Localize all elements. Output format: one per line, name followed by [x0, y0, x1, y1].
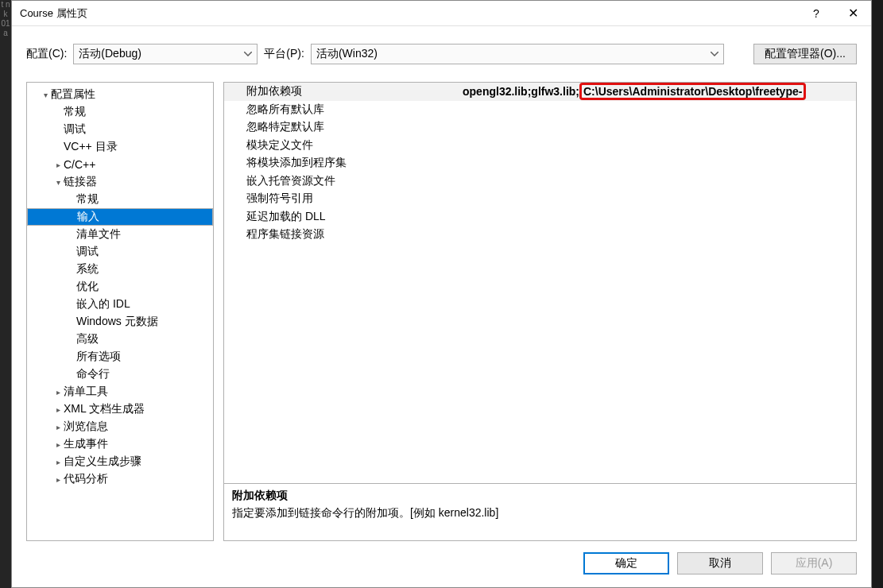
close-button[interactable]: ✕ — [835, 1, 871, 26]
tree-item-xml-doc[interactable]: ▸XML 文档生成器 — [27, 400, 213, 418]
tree-item-build-events[interactable]: ▸生成事件 — [27, 435, 213, 453]
expand-icon: ▸ — [52, 458, 64, 466]
help-icon: ? — [813, 7, 819, 20]
tree-item-linker-input[interactable]: 输入 — [27, 208, 213, 226]
prop-value[interactable]: opengl32.lib;glfw3.lib;C:\Users\Administ… — [463, 83, 856, 100]
tree-label: 浏览信息 — [64, 420, 108, 434]
cancel-label: 取消 — [709, 556, 731, 571]
tree-item-linker-debug[interactable]: 调试 — [27, 243, 213, 261]
property-grid: 附加依赖项 opengl32.lib;glfw3.lib;C:\Users\Ad… — [224, 83, 856, 483]
tree-item-linker[interactable]: ▾链接器 — [27, 173, 213, 191]
row-ignore-all-default[interactable]: 忽略所有默认库 — [224, 101, 856, 119]
dialog-footer: 确定 取消 应用(A) — [12, 541, 871, 587]
tree-item-ccpp[interactable]: ▸C/C++ — [27, 156, 213, 173]
help-button[interactable]: ? — [798, 1, 835, 26]
row-additional-dependencies[interactable]: 附加依赖项 opengl32.lib;glfw3.lib;C:\Users\Ad… — [224, 83, 856, 101]
ok-button[interactable]: 确定 — [583, 552, 669, 574]
collapse-icon: ▾ — [52, 178, 64, 187]
property-pages-dialog: Course 属性页 ? ✕ 配置(C): 活动(Debug) 平台(P): 活… — [11, 0, 872, 588]
tree-item-browse-info[interactable]: ▸浏览信息 — [27, 418, 213, 435]
tree-label: C/C++ — [64, 158, 95, 171]
tree-label: 配置属性 — [51, 87, 95, 102]
tree-label: 系统 — [76, 262, 99, 277]
tree-label: 嵌入的 IDL — [76, 297, 130, 311]
property-panel: 附加依赖项 opengl32.lib;glfw3.lib;C:\Users\Ad… — [223, 82, 857, 541]
category-tree[interactable]: ▾配置属性 常规 调试 VC++ 目录 ▸C/C++ ▾链接器 常规 输入 清单… — [26, 82, 214, 541]
row-delay-loaded-dll[interactable]: 延迟加载的 DLL — [224, 208, 856, 226]
config-row: 配置(C): 活动(Debug) 平台(P): 活动(Win32) 配置管理器(… — [12, 26, 871, 71]
tree-label: 输入 — [77, 210, 99, 224]
platform-value: 活动(Win32) — [316, 47, 378, 61]
prop-name: 强制符号引用 — [224, 191, 463, 206]
tree-item-code-analysis[interactable]: ▸代码分析 — [27, 470, 213, 488]
tree-label: 常规 — [76, 192, 99, 207]
prop-name: 模块定义文件 — [224, 138, 463, 153]
prop-value-pre: opengl32.lib;glfw3.lib; — [463, 85, 579, 98]
tree-item-linker-cmdline[interactable]: 命令行 — [27, 366, 213, 383]
row-assembly-link-res[interactable]: 程序集链接资源 — [224, 226, 856, 244]
tree-label: 清单文件 — [76, 227, 121, 242]
description-panel: 附加依赖项 指定要添加到链接命令行的附加项。[例如 kernel32.lib] — [224, 483, 856, 540]
tree-label: 调试 — [64, 122, 86, 137]
prop-name: 延迟加载的 DLL — [224, 210, 463, 224]
tree-item-linker-embedidl[interactable]: 嵌入的 IDL — [27, 296, 213, 313]
chevron-down-icon — [244, 52, 252, 56]
tree-label: 所有选项 — [76, 350, 121, 364]
tree-item-linker-system[interactable]: 系统 — [27, 261, 213, 278]
tree-item-custom-build[interactable]: ▸自定义生成步骤 — [27, 453, 213, 470]
prop-name: 嵌入托管资源文件 — [224, 174, 463, 188]
prop-value-highlight: C:\Users\Administrator\Desktop\freetype- — [583, 85, 802, 98]
tree-item-config-properties[interactable]: ▾配置属性 — [27, 86, 213, 103]
platform-select[interactable]: 活动(Win32) — [311, 44, 724, 64]
prop-name: 程序集链接资源 — [224, 227, 463, 242]
tree-item-vcpp-directories[interactable]: VC++ 目录 — [27, 138, 213, 156]
chevron-down-icon — [711, 52, 718, 56]
dialog-body: ▾配置属性 常规 调试 VC++ 目录 ▸C/C++ ▾链接器 常规 输入 清单… — [12, 71, 871, 541]
row-ignore-specific-default[interactable]: 忽略特定默认库 — [224, 118, 856, 137]
ok-label: 确定 — [615, 556, 637, 571]
tree-label: 优化 — [76, 280, 99, 294]
prop-name: 附加依赖项 — [224, 84, 463, 99]
row-force-symbol-ref[interactable]: 强制符号引用 — [224, 190, 856, 208]
expand-icon: ▸ — [52, 475, 64, 484]
tree-label: VC++ 目录 — [64, 140, 118, 154]
tree-label: 清单工具 — [64, 385, 108, 399]
row-embed-managed-res[interactable]: 嵌入托管资源文件 — [224, 172, 856, 191]
highlight-annotation: C:\Users\Administrator\Desktop\freetype- — [579, 83, 806, 100]
tree-item-manifest-tool[interactable]: ▸清单工具 — [27, 383, 213, 400]
tree-item-linker-optimize[interactable]: 优化 — [27, 278, 213, 296]
tree-item-linker-alloptions[interactable]: 所有选项 — [27, 348, 213, 366]
tree-item-linker-general[interactable]: 常规 — [27, 191, 213, 208]
tree-item-debug[interactable]: 调试 — [27, 121, 213, 138]
prop-name: 将模块添加到程序集 — [224, 156, 463, 170]
tree-item-linker-advanced[interactable]: 高级 — [27, 331, 213, 348]
row-module-def-file[interactable]: 模块定义文件 — [224, 137, 856, 155]
collapse-icon: ▾ — [40, 91, 51, 99]
tree-label: 代码分析 — [64, 472, 108, 486]
config-value: 活动(Debug) — [79, 47, 141, 61]
expand-icon: ▸ — [52, 440, 64, 449]
config-manager-button[interactable]: 配置管理器(O)... — [753, 44, 857, 64]
platform-label: 平台(P): — [264, 47, 304, 61]
tree-item-linker-manifest[interactable]: 清单文件 — [27, 226, 213, 243]
apply-button[interactable]: 应用(A) — [771, 552, 857, 574]
close-icon: ✕ — [848, 6, 858, 21]
row-add-module-assembly[interactable]: 将模块添加到程序集 — [224, 154, 856, 172]
expand-icon: ▸ — [52, 423, 64, 431]
tree-item-linker-winmd[interactable]: Windows 元数据 — [27, 313, 213, 331]
tree-label: 生成事件 — [64, 437, 108, 451]
tree-label: XML 文档生成器 — [64, 402, 145, 416]
expand-icon: ▸ — [52, 388, 64, 397]
tree-label: 常规 — [64, 105, 86, 119]
apply-label: 应用(A) — [796, 556, 833, 571]
config-select[interactable]: 活动(Debug) — [73, 44, 258, 64]
window-title: Course 属性页 — [20, 6, 87, 21]
tree-label: 自定义生成步骤 — [64, 455, 141, 469]
prop-name: 忽略所有默认库 — [224, 103, 463, 117]
tree-item-general[interactable]: 常规 — [27, 103, 213, 121]
editor-background-strip: t n k 01 a — [0, 0, 11, 588]
description-body: 指定要添加到链接命令行的附加项。[例如 kernel32.lib] — [232, 506, 848, 520]
expand-icon: ▸ — [52, 405, 64, 414]
cancel-button[interactable]: 取消 — [677, 552, 763, 574]
expand-icon: ▸ — [52, 161, 64, 169]
